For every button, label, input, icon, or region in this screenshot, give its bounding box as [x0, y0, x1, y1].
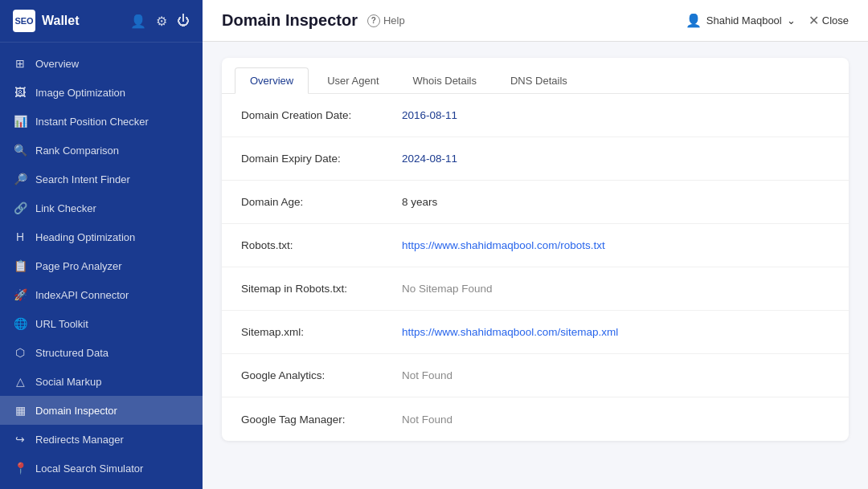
- sidebar-item-label: Overview: [35, 58, 79, 70]
- sidebar-item-heading-optimization[interactable]: H Heading Optimization: [0, 222, 203, 251]
- heading-optimization-icon: H: [13, 230, 27, 244]
- page-wrapper: Domain Inspector ? Help 👤 Shahid Maqbool…: [203, 0, 868, 489]
- sidebar-item-url-toolkit[interactable]: 🌐 URL Toolkit: [0, 309, 203, 338]
- header-icons: 👤 ⚙ ⏻: [130, 14, 190, 29]
- app-name: Wallet: [42, 14, 80, 28]
- top-bar: Domain Inspector ? Help 👤 Shahid Maqbool…: [203, 0, 868, 42]
- logo-box: SEO: [13, 10, 35, 32]
- instant-position-checker-icon: 📊: [13, 114, 27, 128]
- table-row: Domain Age: 8 years: [222, 181, 849, 224]
- close-x-icon: ✕: [809, 13, 819, 28]
- main-content: Domain Inspector ? Help 👤 Shahid Maqbool…: [203, 0, 868, 489]
- help-circle-icon: ?: [367, 14, 380, 27]
- sidebar-item-label: Heading Optimization: [35, 231, 135, 243]
- row-label: Domain Expiry Date:: [241, 153, 402, 165]
- sidebar-item-label: Structured Data: [35, 347, 108, 359]
- sidebar-item-label: Local Search Simulator: [35, 463, 143, 475]
- overview-icon: ⊞: [13, 56, 27, 71]
- sidebar-item-link-checker[interactable]: 🔗 Link Checker: [0, 194, 203, 222]
- row-value: Not Found: [402, 369, 452, 381]
- power-icon[interactable]: ⏻: [177, 14, 190, 28]
- close-label: Close: [822, 14, 849, 26]
- sidebar-item-domain-inspector[interactable]: ▦ Domain Inspector: [0, 396, 203, 425]
- tab-user-agent[interactable]: User Agent: [312, 67, 394, 93]
- domain-inspector-icon: ▦: [13, 403, 27, 418]
- row-label: Sitemap in Robots.txt:: [241, 283, 402, 295]
- sidebar-nav: ⊞ Overview 🖼 Image Optimization 📊 Instan…: [0, 43, 203, 489]
- table-row: Robots.txt: https://www.shahidmaqbool.co…: [222, 224, 849, 267]
- sidebar-item-structured-data[interactable]: ⬡ Structured Data: [0, 338, 203, 367]
- chevron-down-icon: ⌄: [787, 14, 796, 26]
- row-value: 2024-08-11: [402, 153, 457, 165]
- row-value: 8 years: [402, 196, 437, 208]
- top-bar-left: Domain Inspector ? Help: [222, 11, 405, 30]
- table-row: Google Analytics: Not Found: [222, 354, 849, 397]
- sidebar-item-indexapi-connector[interactable]: 🚀 IndexAPI Connector: [0, 280, 203, 309]
- local-search-simulator-icon: 📍: [13, 461, 27, 475]
- link-checker-icon: 🔗: [13, 201, 27, 215]
- row-value: No Sitemap Found: [402, 283, 493, 295]
- tab-dns-details[interactable]: DNS Details: [495, 67, 583, 93]
- page-title: Domain Inspector: [222, 11, 358, 30]
- search-intent-finder-icon: 🔎: [13, 172, 27, 186]
- content-area: OverviewUser AgentWhois DetailsDNS Detai…: [203, 42, 868, 489]
- row-value[interactable]: https://www.shahidmaqbool.com/sitemap.xm…: [402, 326, 618, 338]
- data-table: Domain Creation Date: 2016-08-11 Domain …: [222, 94, 849, 441]
- domain-card: OverviewUser AgentWhois DetailsDNS Detai…: [222, 58, 849, 441]
- sidebar-item-label: IndexAPI Connector: [35, 289, 129, 301]
- top-bar-right: 👤 Shahid Maqbool ⌄ ✕ Close: [686, 13, 849, 28]
- user-avatar-icon: 👤: [686, 13, 702, 28]
- row-label: Robots.txt:: [241, 239, 402, 251]
- sidebar-item-overview[interactable]: ⊞ Overview: [0, 49, 203, 78]
- sidebar-item-page-pro-analyzer[interactable]: 📋 Page Pro Analyzer: [0, 251, 203, 280]
- sidebar-item-label: Redirects Manager: [35, 434, 124, 446]
- row-value: 2016-08-11: [402, 109, 457, 121]
- page-pro-analyzer-icon: 📋: [13, 259, 27, 273]
- row-label: Google Tag Manager:: [241, 414, 402, 426]
- sidebar-item-label: Instant Position Checker: [35, 116, 149, 128]
- help-link[interactable]: ? Help: [367, 14, 405, 27]
- redirects-manager-icon: ↪: [13, 432, 27, 446]
- sidebar-header: SEO Wallet 👤 ⚙ ⏻: [0, 0, 203, 43]
- table-row: Domain Creation Date: 2016-08-11: [222, 94, 849, 137]
- table-row: Google Tag Manager: Not Found: [222, 397, 849, 441]
- sidebar-item-local-search-simulator[interactable]: 📍 Local Search Simulator: [0, 454, 203, 483]
- sidebar-item-social-markup[interactable]: △ Social Markup: [0, 367, 203, 396]
- table-row: Sitemap in Robots.txt: No Sitemap Found: [222, 267, 849, 311]
- sidebar-item-redirects-manager[interactable]: ↪ Redirects Manager: [0, 425, 203, 454]
- sidebar-item-rank-comparison[interactable]: 🔍 Rank Comparison: [0, 136, 203, 165]
- image-optimization-icon: 🖼: [13, 85, 27, 100]
- tab-overview[interactable]: Overview: [235, 67, 309, 94]
- person-icon[interactable]: 👤: [130, 14, 146, 29]
- table-row: Sitemap.xml: https://www.shahidmaqbool.c…: [222, 311, 849, 354]
- sidebar-item-serp-analysis[interactable]: 📈 SERP Analysis: [0, 483, 203, 489]
- sidebar-item-label: Link Checker: [35, 202, 96, 214]
- sidebar-item-label: Image Optimization: [35, 87, 125, 99]
- settings-icon[interactable]: ⚙: [156, 14, 167, 29]
- sidebar-item-instant-position-checker[interactable]: 📊 Instant Position Checker: [0, 107, 203, 136]
- user-menu[interactable]: 👤 Shahid Maqbool ⌄: [686, 13, 796, 28]
- tab-whois-details[interactable]: Whois Details: [398, 67, 492, 93]
- user-name: Shahid Maqbool: [706, 14, 782, 26]
- tabs-row: OverviewUser AgentWhois DetailsDNS Detai…: [222, 58, 849, 94]
- url-toolkit-icon: 🌐: [13, 316, 27, 331]
- row-label: Sitemap.xml:: [241, 326, 402, 338]
- sidebar-item-label: Search Intent Finder: [35, 173, 130, 185]
- structured-data-icon: ⬡: [13, 345, 27, 360]
- close-button[interactable]: ✕ Close: [809, 13, 849, 28]
- help-label: Help: [383, 14, 405, 26]
- row-value: Not Found: [402, 414, 452, 426]
- rank-comparison-icon: 🔍: [13, 143, 27, 157]
- sidebar: SEO Wallet 👤 ⚙ ⏻ ⊞ Overview 🖼 Image Opti…: [0, 0, 203, 489]
- row-value[interactable]: https://www.shahidmaqbool.com/robots.txt: [402, 239, 605, 251]
- row-label: Domain Creation Date:: [241, 109, 402, 121]
- sidebar-item-label: URL Toolkit: [35, 318, 88, 330]
- sidebar-item-search-intent-finder[interactable]: 🔎 Search Intent Finder: [0, 165, 203, 194]
- sidebar-item-label: Page Pro Analyzer: [35, 260, 122, 272]
- social-markup-icon: △: [13, 374, 27, 389]
- sidebar-item-label: Domain Inspector: [35, 405, 117, 417]
- sidebar-item-label: Social Markup: [35, 376, 101, 388]
- row-label: Google Analytics:: [241, 369, 402, 381]
- sidebar-item-image-optimization[interactable]: 🖼 Image Optimization: [0, 78, 203, 107]
- row-label: Domain Age:: [241, 196, 402, 208]
